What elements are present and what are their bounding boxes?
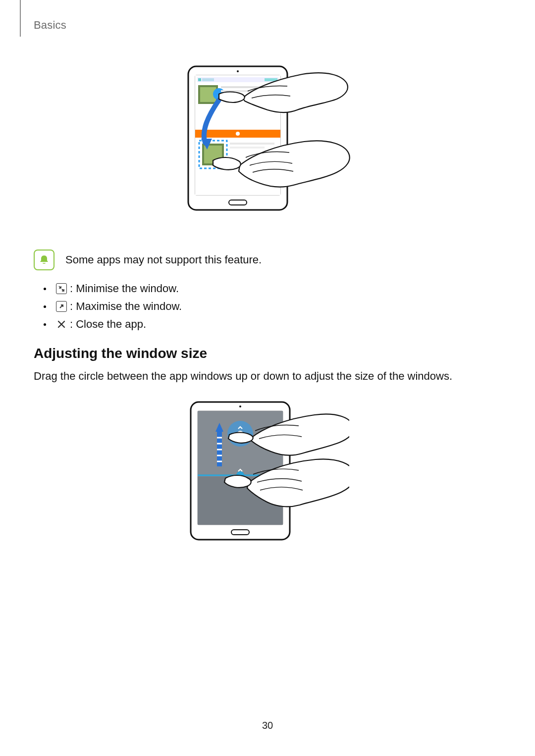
illustration-adjust-window-size — [34, 399, 501, 548]
note-icon — [34, 250, 54, 270]
svg-rect-6 — [198, 78, 201, 81]
svg-rect-21 — [230, 147, 265, 149]
bullet-icon — [44, 305, 46, 308]
list-item-minimise: : Minimise the window. — [44, 282, 501, 295]
svg-point-30 — [239, 405, 241, 407]
svg-line-25 — [60, 305, 63, 308]
section-body: Drag the circle between the app windows … — [34, 368, 501, 384]
minimise-icon — [56, 283, 67, 294]
page-number: 30 — [0, 720, 535, 731]
close-icon — [56, 319, 67, 330]
bullet-icon — [44, 323, 46, 326]
section-heading: Adjusting the window size — [34, 346, 501, 361]
svg-rect-7 — [202, 78, 214, 81]
header: Basics — [20, 19, 501, 32]
svg-point-15 — [236, 132, 240, 136]
bullet-text: : Close the app. — [70, 318, 146, 331]
note-text: Some apps may not support this feature. — [65, 253, 262, 266]
icon-bullet-list: : Minimise the window. : Maximise the wi… — [44, 282, 501, 331]
svg-rect-20 — [230, 143, 274, 145]
header-rule — [20, 0, 21, 37]
note-row: Some apps may not support this feature. — [34, 250, 501, 270]
list-item-maximise: : Maximise the window. — [44, 300, 501, 313]
list-item-close: : Close the app. — [44, 318, 501, 331]
bullet-icon — [44, 288, 46, 290]
bullet-text: : Minimise the window. — [70, 282, 179, 295]
maximise-icon — [56, 301, 67, 312]
bullet-text: : Maximise the window. — [70, 300, 182, 313]
svg-point-2 — [237, 70, 239, 72]
illustration-drag-between-windows — [34, 61, 501, 230]
section-name: Basics — [34, 19, 501, 32]
